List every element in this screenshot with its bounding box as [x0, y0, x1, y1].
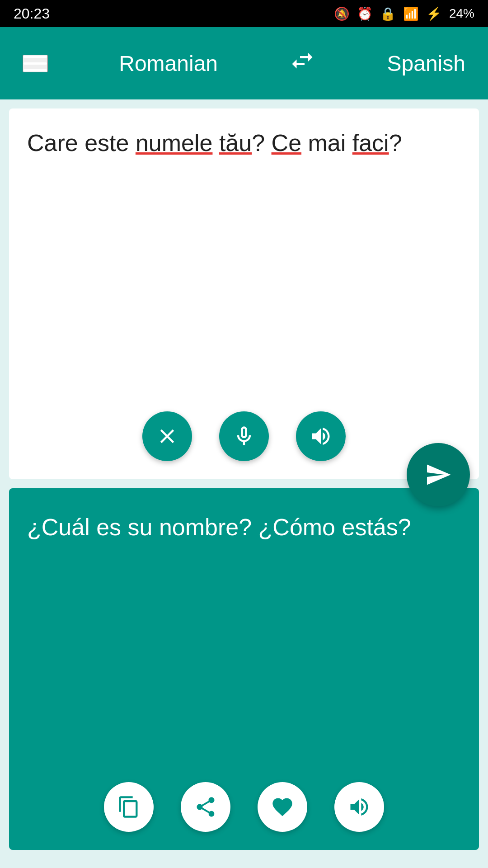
alarm-icon: ⏰ [357, 6, 373, 21]
word-numele: numele [136, 130, 213, 156]
source-language-label[interactable]: Romanian [119, 51, 218, 76]
translated-text: ¿Cuál es su nombre? ¿Cómo estás? [27, 511, 461, 544]
charging-icon: ⚡ [426, 6, 442, 21]
lock-icon: 🔒 [380, 6, 396, 21]
clear-button[interactable] [142, 411, 192, 461]
translation-speak-button[interactable] [334, 782, 384, 832]
copy-button[interactable] [104, 782, 154, 832]
source-text-panel: Care este numele tău? Ce mai faci? [9, 108, 479, 479]
source-text[interactable]: Care este numele tău? Ce mai faci? [27, 127, 461, 393]
signal-icon: 📶 [403, 6, 419, 21]
status-time: 20:23 [14, 5, 50, 22]
translation-panel: ¿Cuál es su nombre? ¿Cómo estás? [9, 488, 479, 850]
translation-controls [27, 782, 461, 832]
share-button[interactable] [181, 782, 230, 832]
swap-languages-button[interactable] [289, 47, 316, 80]
status-icons: 🔕 ⏰ 🔒 📶 ⚡ 24% [334, 6, 474, 21]
app-header: Romanian Spanish [0, 27, 488, 99]
target-language-label[interactable]: Spanish [387, 51, 465, 76]
word-tau: tău [219, 130, 252, 156]
source-controls [27, 411, 461, 466]
send-translation-button[interactable] [407, 443, 470, 506]
word-ce: Ce [272, 130, 301, 156]
mute-icon: 🔕 [334, 6, 350, 21]
battery-text: 24% [449, 6, 474, 21]
favorite-button[interactable] [258, 782, 307, 832]
source-speak-button[interactable] [296, 411, 346, 461]
microphone-button[interactable] [219, 411, 269, 461]
status-bar: 20:23 🔕 ⏰ 🔒 📶 ⚡ 24% [0, 0, 488, 27]
menu-button[interactable] [23, 55, 48, 72]
word-faci: faci [352, 130, 389, 156]
